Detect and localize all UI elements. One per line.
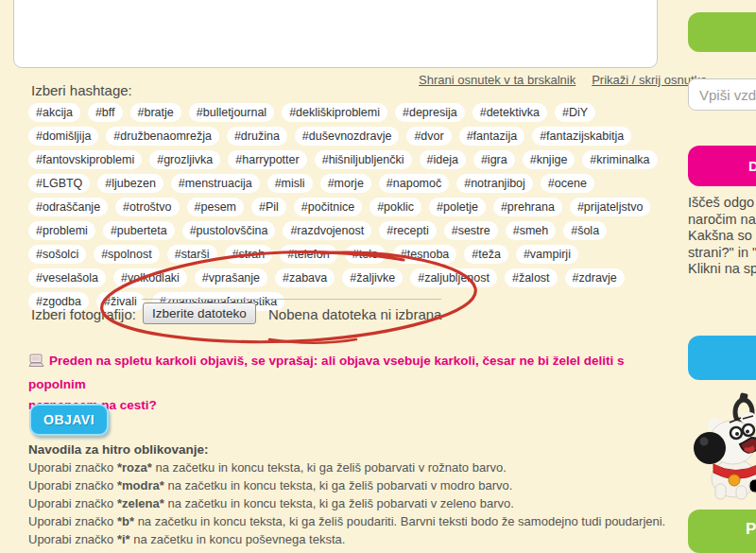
hashtag-pill[interactable]: #počitnice bbox=[294, 198, 362, 216]
hashtag-pill[interactable]: #fantazijskabitja bbox=[532, 127, 631, 146]
hashtag-pill[interactable]: #teža bbox=[464, 245, 508, 264]
hashtag-pill[interactable]: #družbenaomrežja bbox=[106, 127, 219, 146]
nickname-input[interactable] bbox=[688, 78, 756, 111]
hashtag-pill[interactable]: #razdvojenost bbox=[283, 221, 371, 240]
hashtag-pill[interactable]: #prehrana bbox=[493, 198, 562, 216]
hashtag-pill[interactable]: #spolnost bbox=[94, 245, 160, 264]
sidebar-green-button-bottom[interactable]: P bbox=[688, 510, 756, 553]
hashtag-pill[interactable]: #fantazija bbox=[459, 127, 525, 146]
hashtag-pill[interactable]: #prijateljstvo bbox=[570, 198, 650, 216]
formatting-instruction-line: Uporabi značko *modra* na začetku in kon… bbox=[28, 476, 665, 494]
hashtag-pill[interactable]: #vampirji bbox=[516, 245, 578, 264]
file-input-divider bbox=[142, 299, 441, 300]
hashtag-pill[interactable]: #smeh bbox=[506, 221, 557, 240]
sidebar-promo-line: Kakšna so bbox=[688, 228, 756, 245]
hashtag-pill[interactable]: #tesnoba bbox=[393, 245, 456, 264]
publish-button[interactable]: OBJAVI bbox=[29, 404, 109, 436]
draft-links: Shrani osnutek v ta brskalnik Prikaži / … bbox=[419, 73, 660, 87]
hashtag-pill[interactable]: #misli bbox=[267, 174, 313, 193]
hashtag-pill[interactable]: #družina bbox=[227, 127, 287, 146]
hashtag-pill[interactable]: #ljubezen bbox=[97, 174, 163, 193]
file-status-text: Nobena datoteka ni izbrana bbox=[268, 306, 441, 322]
formatting-instructions: Navodila za hitro oblikovanje: Uporabi z… bbox=[28, 441, 665, 548]
hashtag-pill[interactable]: #volkodlaki bbox=[113, 268, 187, 287]
hashtag-pill[interactable]: #akcija bbox=[28, 103, 80, 122]
hashtag-pill[interactable]: #DiY bbox=[555, 103, 595, 122]
hashtag-pill[interactable]: #igra bbox=[473, 150, 515, 169]
choose-file-button[interactable]: Izberite datoteko bbox=[143, 302, 256, 324]
hashtag-pill[interactable]: #problemi bbox=[28, 221, 95, 240]
hashtags-label: Izberi hashtage: bbox=[31, 82, 132, 98]
hashtag-pill[interactable]: #žalost bbox=[505, 268, 558, 287]
sidebar-promo-line: naročim na bbox=[688, 212, 756, 229]
hashtag-pill[interactable]: #bff bbox=[88, 103, 123, 122]
instructions-heading: Navodila za hitro oblikovanje: bbox=[28, 441, 665, 458]
green-button-label-fragment: P bbox=[746, 520, 756, 539]
hashtag-pill[interactable]: #puberteta bbox=[103, 221, 175, 240]
hashtag-pill[interactable]: #depresija bbox=[395, 103, 465, 122]
warning-line1: Preden na spletu karkoli objaviš, se vpr… bbox=[28, 354, 625, 391]
save-draft-link[interactable]: Shrani osnutek v ta brskalnik bbox=[419, 73, 576, 87]
photo-label: Izberi fotografijo: bbox=[31, 306, 136, 322]
hashtag-pill[interactable]: #veselašola bbox=[28, 268, 106, 287]
hashtag-pill[interactable]: #morje bbox=[320, 174, 371, 193]
pil-dog-mascot-image bbox=[693, 391, 756, 500]
hashtag-pill[interactable]: #starši bbox=[167, 245, 217, 264]
hashtag-pill[interactable]: #harrypotter bbox=[228, 150, 306, 169]
hashtag-pill[interactable]: #vprašanje bbox=[195, 268, 267, 287]
sidebar-promo-line: Klikni na sp bbox=[688, 261, 756, 278]
formatting-instruction-line: Uporabi značko *b* na začetku in koncu t… bbox=[28, 512, 665, 530]
hashtag-pill[interactable]: #poklic bbox=[369, 198, 421, 216]
hashtag-pill[interactable]: #sošolci bbox=[28, 245, 86, 264]
sidebar-promo-line: strani?" in " bbox=[688, 245, 756, 262]
hashtag-pill[interactable]: #dvor bbox=[406, 127, 451, 146]
sidebar-green-button-top[interactable] bbox=[688, 12, 756, 52]
computer-icon bbox=[28, 354, 44, 374]
hashtag-pill[interactable]: #telefon bbox=[280, 245, 336, 264]
post-text-area[interactable] bbox=[13, 0, 658, 68]
hashtag-pill[interactable]: #menstruacija bbox=[171, 174, 260, 193]
hashtag-pill[interactable]: #pesem bbox=[187, 198, 244, 216]
hashtag-pill[interactable]: #Pil bbox=[251, 198, 286, 216]
page: Shrani osnutek v ta brskalnik Prikaži / … bbox=[0, 0, 756, 553]
safety-warning: Preden na spletu karkoli objaviš, se vpr… bbox=[28, 351, 660, 416]
hashtag-pill[interactable]: #domišljija bbox=[28, 127, 98, 146]
hashtag-pill[interactable]: #kriminalka bbox=[582, 150, 657, 169]
hashtag-pill[interactable]: #zaljubljenost bbox=[410, 268, 497, 287]
hashtag-pill[interactable]: #notranjiboj bbox=[456, 174, 533, 193]
warning-line2: neznancem na cesti? bbox=[28, 395, 660, 416]
hashtag-pill[interactable]: #strah bbox=[225, 245, 273, 264]
hashtag-pill[interactable]: #sestre bbox=[444, 221, 498, 240]
hashtag-pill[interactable]: #otroštvo bbox=[115, 198, 179, 216]
hashtag-pill[interactable]: #bulletjournal bbox=[189, 103, 274, 122]
hashtag-list: #akcija#bff#bratje#bulletjournal#deklišk… bbox=[28, 103, 660, 311]
hashtag-pill[interactable]: #recepti bbox=[379, 221, 436, 240]
hashtag-pill[interactable]: #ocene bbox=[541, 174, 594, 193]
hashtag-pill[interactable]: #pustolovščina bbox=[182, 221, 276, 240]
hashtag-pill[interactable]: #grozljivka bbox=[149, 150, 220, 169]
sidebar-promo-text: Iščeš odgonaročim naKakšna so strani?" i… bbox=[688, 195, 756, 278]
sidebar-cyan-button[interactable] bbox=[688, 336, 756, 380]
hashtag-pill[interactable]: #detektivka bbox=[472, 103, 547, 122]
sidebar-promo-line: Iščeš odgo bbox=[688, 195, 756, 212]
hashtag-pill[interactable]: #fantovskiproblemi bbox=[28, 150, 142, 169]
hashtag-pill[interactable]: #dekliškiproblemi bbox=[282, 103, 387, 122]
sidebar-magenta-button[interactable]: D bbox=[688, 146, 756, 186]
hashtag-pill[interactable]: #ideja bbox=[420, 150, 466, 169]
hashtag-pill[interactable]: #zabava bbox=[275, 268, 335, 287]
hashtag-pill[interactable]: #bratje bbox=[130, 103, 181, 122]
hashtag-pill[interactable]: #šola bbox=[563, 221, 607, 240]
hashtag-pill[interactable]: #odraščanje bbox=[28, 198, 108, 216]
hashtag-pill[interactable]: #knjige bbox=[523, 150, 576, 169]
hashtag-pill[interactable]: #poletje bbox=[429, 198, 486, 216]
formatting-instruction-line: Uporabi značko *i* na začetku in koncu p… bbox=[28, 530, 665, 548]
hashtag-pill[interactable]: #zdravje bbox=[565, 268, 625, 287]
hashtag-pill[interactable]: #žaljivke bbox=[342, 268, 403, 287]
hashtag-pill[interactable]: #duševnozdravje bbox=[295, 127, 400, 146]
hashtag-pill[interactable]: #telo bbox=[345, 245, 386, 264]
hashtag-pill[interactable]: #hišniljubljenčki bbox=[315, 150, 412, 169]
formatting-instruction-line: Uporabi značko *roza* na začetku in konc… bbox=[28, 458, 665, 476]
hashtag-pill[interactable]: #napomoč bbox=[379, 174, 449, 193]
formatting-instruction-line: Uporabi značko *zelena* na začetku in ko… bbox=[28, 494, 665, 512]
hashtag-pill[interactable]: #LGBTQ bbox=[28, 174, 90, 193]
